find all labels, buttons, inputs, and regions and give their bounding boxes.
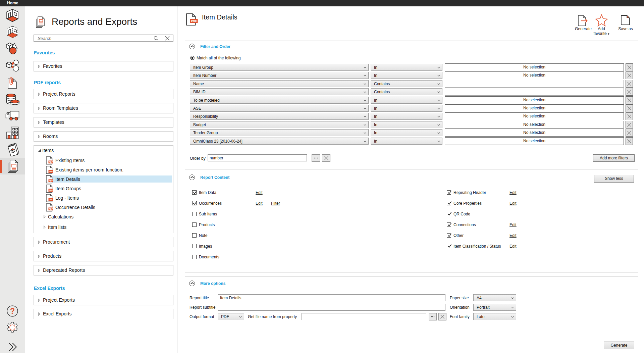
svg-text:PDF: PDF bbox=[49, 199, 53, 201]
svg-text:PDF: PDF bbox=[49, 161, 53, 163]
svg-text:PDF: PDF bbox=[49, 189, 53, 191]
svg-text:PDF: PDF bbox=[49, 208, 53, 210]
svg-text:PDF: PDF bbox=[49, 170, 53, 172]
svg-text:?: ? bbox=[10, 307, 15, 315]
svg-text:PDF: PDF bbox=[191, 19, 197, 23]
svg-text:PDF: PDF bbox=[49, 180, 53, 182]
